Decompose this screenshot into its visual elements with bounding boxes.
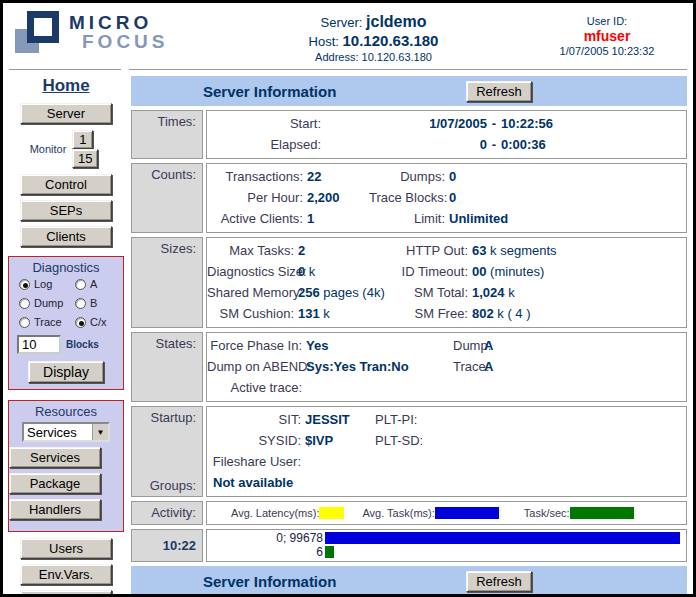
graph-bar [325, 546, 334, 558]
section-body-states: Force Phase In:YesDump:ADump on ABEND:Sy… [206, 332, 687, 402]
footer-refresh-button[interactable]: Refresh [466, 571, 532, 592]
legend-swatch [570, 507, 634, 519]
section-body-counts: Transactions:22Dumps:0Per Hour:2,200Trac… [206, 163, 687, 233]
radio-dump[interactable]: Dump [19, 297, 75, 309]
field-value: A [484, 356, 686, 377]
radio-icon-trace[interactable] [19, 317, 30, 328]
legend-item-avg-task-ms: Avg. Task(ms): [362, 507, 498, 519]
blocks-input[interactable] [17, 335, 61, 354]
package-button[interactable]: Package [9, 473, 101, 494]
field-label: Trace Blocks: [369, 187, 449, 208]
section-body-times: Start:1/07/2005-10:22:56Elapsed:0-0:00:3… [206, 110, 687, 159]
header-divider [3, 69, 693, 70]
resources-title: Resources [9, 404, 123, 419]
field-value [306, 377, 453, 398]
field-value [484, 377, 686, 398]
home-link[interactable]: Home [42, 76, 89, 96]
logo-text-focus: FOCUS [82, 32, 169, 51]
field-label: Dump: [453, 335, 484, 356]
monitor-button-1[interactable]: 1 [72, 130, 93, 149]
field-label: SM Cushion: [207, 303, 298, 324]
chevron-down-icon[interactable]: ▼ [92, 424, 108, 440]
users-button[interactable]: Users [20, 538, 112, 559]
radio-label-dump: Dump [34, 297, 63, 309]
data-row: Active trace: [207, 377, 686, 398]
radio-b[interactable]: B [75, 297, 123, 309]
radio-c-x[interactable]: C/x [75, 316, 123, 328]
micro-focus-logo: MICRO FOCUS [15, 11, 220, 55]
micro-focus-logo-icon [15, 11, 63, 55]
field-label: Trace: [453, 356, 484, 377]
radio-icon-dump[interactable] [19, 298, 30, 309]
radio-icon-c-x[interactable] [75, 317, 86, 328]
resources-select[interactable]: Services ▼ [22, 422, 110, 442]
field-value [411, 409, 686, 430]
field-value: 802 k ( 4 ) [472, 303, 686, 324]
data-row: SYSID:$IVPPLT-SD: [207, 430, 686, 451]
legend-item-avg-latency-ms: Avg. Latency(ms): [231, 507, 344, 519]
radio-trace[interactable]: Trace [19, 316, 75, 328]
section-body-sizes: Max Tasks:2HTTP Out:63 k segmentsDiagnos… [206, 237, 687, 328]
refresh-button[interactable]: Refresh [466, 81, 532, 102]
radio-icon-b[interactable] [75, 298, 86, 309]
field-value: 22 [307, 166, 369, 187]
field-value: 1,024 k [472, 282, 686, 303]
field-label [453, 377, 484, 398]
env-vars-button[interactable]: Env.Vars. [20, 564, 112, 585]
radio-label-log: Log [34, 278, 52, 290]
display-button[interactable]: Display [28, 361, 104, 383]
data-row: SIT:JESSITPLT-PI: [207, 409, 686, 430]
user-id-label: User ID: [527, 15, 687, 27]
section-startup: Startup:Groups:SIT:JESSITPLT-PI:SYSID:$I… [131, 406, 687, 497]
field-value: 00 (minutes) [472, 261, 686, 282]
field-label: Active trace: [207, 377, 306, 398]
monitor-button-15[interactable]: 15 [72, 149, 98, 168]
timestamp: 1/07/2005 10:23:32 [527, 45, 687, 57]
radio-icon-a[interactable] [75, 279, 86, 290]
field-label: Dump on ABEND: [207, 356, 306, 377]
data-row: Active Clients:1Limit:Unlimited [207, 208, 686, 229]
radio-a[interactable]: A [75, 278, 123, 290]
legend-swatch [435, 507, 499, 519]
app-window: MICRO FOCUS Server: jcldemo Host: 10.120… [0, 0, 696, 597]
field-value: JESSIT [305, 409, 375, 430]
field-label: Shared Memory: [207, 282, 298, 303]
field-value: 0 [449, 166, 686, 187]
handlers-button[interactable]: Handlers [9, 499, 101, 520]
graph-value-text: 0; 99678 [207, 532, 325, 545]
field-label: PLT-PI: [375, 409, 411, 430]
chg-user-button[interactable]: Chg.User [20, 590, 112, 597]
activity-legend: Avg. Latency(ms):Avg. Task(ms):Task/sec: [206, 501, 687, 525]
activity-time-label: 10:22 [131, 529, 203, 562]
section-label-activity: Activity: [131, 501, 203, 525]
section-states: States:Force Phase In:YesDump:ADump on A… [131, 332, 687, 402]
graph-line: 6 [207, 545, 680, 559]
seps-button[interactable]: SEPs [20, 200, 112, 221]
server-name: jcldemo [366, 13, 426, 30]
data-row: Max Tasks:2HTTP Out:63 k segments [207, 240, 686, 261]
radio-icon-log[interactable] [19, 279, 30, 290]
field-label: Fileshare User: [207, 451, 305, 472]
control-button[interactable]: Control [20, 174, 112, 195]
server-label: Server: [321, 15, 363, 30]
address-value: 10.120.63.180 [362, 51, 432, 63]
field-value: Unlimited [449, 208, 686, 229]
server-button[interactable]: Server [20, 103, 112, 124]
host-label: Host: [309, 34, 339, 49]
field-label: Start: [207, 113, 325, 134]
data-row: SM Cushion:131 kSM Free:802 k ( 4 ) [207, 303, 686, 324]
field-value: 131 k [298, 303, 400, 324]
address-label: Address: [315, 51, 358, 63]
services-button[interactable]: Services [9, 447, 101, 468]
blocks-label: Blocks [66, 339, 99, 350]
user-info: User ID: mfuser 1/07/2005 10:23:32 [527, 11, 687, 57]
legend-swatch [319, 507, 344, 519]
radio-log[interactable]: Log [19, 278, 75, 290]
field-value: Yes [306, 335, 453, 356]
data-row: Transactions:22Dumps:0 [207, 166, 686, 187]
graph-line: 0; 99678 [207, 531, 680, 545]
clients-button[interactable]: Clients [20, 226, 112, 247]
times-row: Start:1/07/2005-10:22:56 [207, 113, 686, 134]
field-label: Dumps: [369, 166, 449, 187]
field-value: 2 [298, 240, 400, 261]
